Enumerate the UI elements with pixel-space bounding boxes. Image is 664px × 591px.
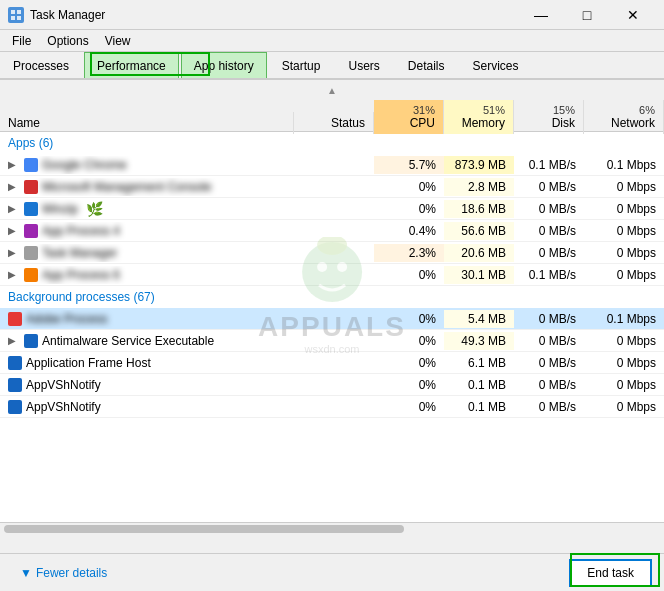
row-name: AppVShNotify [0, 376, 294, 394]
app-icon [24, 180, 38, 194]
row-disk: 0 MB/s [514, 398, 584, 416]
row-memory: 0.1 MB [444, 398, 514, 416]
end-task-button[interactable]: End task [569, 559, 652, 587]
tab-processes[interactable]: Processes [0, 52, 82, 78]
app-icon [24, 334, 38, 348]
up-arrow-icon: ▲ [327, 85, 337, 96]
expand-icon[interactable]: ▶ [8, 335, 20, 346]
col-cpu[interactable]: 31% CPU [374, 100, 444, 134]
down-arrow-icon: ▼ [20, 566, 32, 580]
row-memory: 0.1 MB [444, 376, 514, 394]
row-status [294, 273, 374, 277]
fewer-details-button[interactable]: ▼ Fewer details [12, 562, 115, 584]
table-row[interactable]: ▶ Antimalware Service Executable 0% 49.3… [0, 330, 664, 352]
row-network: 0.1 Mbps [584, 156, 664, 174]
row-name: AppVShNotify [0, 398, 294, 416]
table-row[interactable]: ▶ Task Manager 2.3% 20.6 MB 0 MB/s 0 Mbp… [0, 242, 664, 264]
row-name: ▶ App Process 6 [0, 266, 294, 284]
row-memory: 49.3 MB [444, 332, 514, 350]
menu-file[interactable]: File [4, 32, 39, 50]
row-network: 0 Mbps [584, 376, 664, 394]
table-header: Name Status 31% CPU 51% Memory 15% Disk … [0, 100, 664, 132]
app-icon [24, 158, 38, 172]
row-memory: 2.8 MB [444, 178, 514, 196]
tab-services[interactable]: Services [460, 52, 532, 78]
app-icon [8, 312, 22, 326]
bottom-bar: ▼ Fewer details End task [0, 553, 664, 591]
table-row[interactable]: AppVShNotify 0% 0.1 MB 0 MB/s 0 Mbps [0, 396, 664, 418]
row-cpu: 0% [374, 266, 444, 284]
row-status [294, 383, 374, 387]
table-row[interactable]: Adobe Process 0% 5.4 MB 0 MB/s 0.1 Mbps [0, 308, 664, 330]
tab-app-history[interactable]: App history [181, 52, 267, 78]
row-name: ▶ Task Manager [0, 244, 294, 262]
expand-icon[interactable]: ▶ [8, 203, 20, 214]
expand-icon[interactable]: ▶ [8, 225, 20, 236]
svg-rect-0 [11, 10, 15, 14]
row-name: ▶ Antimalware Service Executable [0, 332, 294, 350]
table-row[interactable]: ▶ Winzip 🌿 0% 18.6 MB 0 MB/s 0 Mbps [0, 198, 664, 220]
expand-icon[interactable]: ▶ [8, 247, 20, 258]
row-network: 0 Mbps [584, 178, 664, 196]
menu-bar: File Options View [0, 30, 664, 52]
row-cpu: 2.3% [374, 244, 444, 262]
window-controls: — □ ✕ [518, 0, 656, 30]
row-network: 0 Mbps [584, 398, 664, 416]
table-row[interactable]: Application Frame Host 0% 6.1 MB 0 MB/s … [0, 352, 664, 374]
row-disk: 0 MB/s [514, 222, 584, 240]
expand-icon[interactable]: ▶ [8, 269, 20, 280]
table-row[interactable]: ▶ App Process 6 0% 30.1 MB 0.1 MB/s 0 Mb… [0, 264, 664, 286]
table-row[interactable]: ▶ Microsoft Management Console 0% 2.8 MB… [0, 176, 664, 198]
row-cpu: 0% [374, 332, 444, 350]
row-network: 0 Mbps [584, 354, 664, 372]
row-status [294, 405, 374, 409]
row-network: 0 Mbps [584, 244, 664, 262]
table-row[interactable]: ▶ Google Chrome 5.7% 873.9 MB 0.1 MB/s 0… [0, 154, 664, 176]
row-memory: 20.6 MB [444, 244, 514, 262]
col-disk[interactable]: 15% Disk [514, 100, 584, 134]
row-disk: 0 MB/s [514, 200, 584, 218]
app-icon [24, 202, 38, 216]
expand-icon[interactable]: ▶ [8, 181, 20, 192]
tab-startup[interactable]: Startup [269, 52, 334, 78]
row-cpu: 0% [374, 310, 444, 328]
row-disk: 0 MB/s [514, 310, 584, 328]
window-title: Task Manager [30, 8, 105, 22]
row-status [294, 185, 374, 189]
collapse-button[interactable]: ▲ [0, 80, 664, 100]
col-network[interactable]: 6% Network [584, 100, 664, 134]
row-memory: 56.6 MB [444, 222, 514, 240]
close-button[interactable]: ✕ [610, 0, 656, 30]
row-disk: 0 MB/s [514, 376, 584, 394]
row-disk: 0 MB/s [514, 354, 584, 372]
row-memory: 6.1 MB [444, 354, 514, 372]
tab-users[interactable]: Users [335, 52, 392, 78]
row-cpu: 0.4% [374, 222, 444, 240]
col-memory[interactable]: 51% Memory [444, 100, 514, 134]
scrollbar-thumb[interactable] [4, 525, 404, 533]
menu-options[interactable]: Options [39, 32, 96, 50]
row-network: 0 Mbps [584, 266, 664, 284]
svg-rect-1 [17, 10, 21, 14]
app-icon [24, 268, 38, 282]
table-row[interactable]: AppVShNotify 0% 0.1 MB 0 MB/s 0 Mbps [0, 374, 664, 396]
row-network: 0 Mbps [584, 200, 664, 218]
tab-performance[interactable]: Performance [84, 52, 179, 78]
horizontal-scrollbar[interactable] [0, 522, 664, 534]
minimize-button[interactable]: — [518, 0, 564, 30]
title-bar: Task Manager — □ ✕ [0, 0, 664, 30]
menu-view[interactable]: View [97, 32, 139, 50]
row-cpu: 0% [374, 178, 444, 196]
maximize-button[interactable]: □ [564, 0, 610, 30]
row-network: 0 Mbps [584, 332, 664, 350]
row-name: Application Frame Host [0, 354, 294, 372]
col-name[interactable]: Name [0, 112, 294, 134]
tab-details[interactable]: Details [395, 52, 458, 78]
expand-icon[interactable]: ▶ [8, 159, 20, 170]
col-status[interactable]: Status [294, 112, 374, 134]
row-name: ▶ App Process 4 [0, 222, 294, 240]
table-row[interactable]: ▶ App Process 4 0.4% 56.6 MB 0 MB/s 0 Mb… [0, 220, 664, 242]
row-memory: 18.6 MB [444, 200, 514, 218]
row-name: ▶ Winzip 🌿 [0, 199, 294, 219]
svg-rect-2 [11, 16, 15, 20]
